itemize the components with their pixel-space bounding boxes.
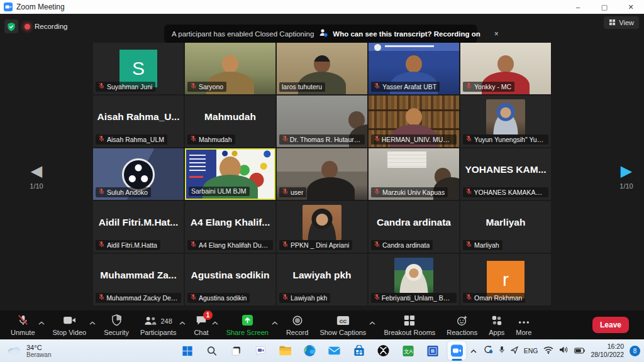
tray-microphone-icon[interactable]: [499, 345, 505, 356]
taskbar-search-icon[interactable]: [203, 341, 221, 360]
taskbar-xbox-icon[interactable]: [374, 341, 393, 360]
tray-location-icon[interactable]: [511, 345, 518, 356]
breakout-rooms-button[interactable]: Breakout Rooms: [379, 310, 440, 339]
participant-tile[interactable]: A4 Elang Khalif...A4 Elang Khalifah Duni…: [185, 201, 275, 253]
participant-display-name: Aisah Rahma_U...: [95, 111, 182, 123]
wifi-icon[interactable]: [543, 345, 553, 356]
participant-tile[interactable]: Sarbaini ULM BJM: [185, 148, 275, 200]
participant-tile[interactable]: Suluh Andoko: [93, 148, 184, 200]
muted-microphone-icon: [98, 82, 105, 90]
breakout-rooms-group: Breakout Rooms: [379, 310, 440, 339]
participant-tile[interactable]: Dr. Thomas R. Hutauruk, ...: [277, 96, 367, 147]
volume-icon[interactable]: [559, 345, 569, 356]
show-captions-button[interactable]: CCShow Captions: [315, 310, 370, 339]
participant-name-label: Saryono: [199, 83, 223, 90]
participant-name-label: HERMAN_UNIV. MUHAM...: [382, 136, 453, 143]
muted-microphone-icon: [282, 135, 288, 143]
notification-count-badge[interactable]: 8: [630, 346, 640, 356]
unmute-button[interactable]: Unmute: [6, 310, 40, 339]
taskbar-edge-icon[interactable]: [301, 341, 319, 360]
chat-button[interactable]: Chat1: [189, 310, 213, 339]
taskbar-task-view-icon[interactable]: [227, 341, 246, 360]
recording-indicator: Recording: [25, 23, 67, 30]
participant-name-label: Dr. Thomas R. Hutauruk, ...: [290, 136, 362, 143]
participant-tile[interactable]: Marzuki Univ Kapuas: [369, 148, 459, 200]
reactions-button[interactable]: Reactions: [442, 310, 482, 339]
previous-page-arrow-icon[interactable]: ◀: [18, 163, 55, 178]
participant-tile[interactable]: Aidil Fitri.M.Hat...Aidil Fitri.M.Hatta: [93, 201, 184, 253]
tray-sync-icon[interactable]: [483, 345, 493, 356]
leave-button[interactable]: Leave: [592, 317, 629, 333]
system-tray: ENG 16:20 28/10/2022 8: [470, 339, 640, 362]
taskbar-translate-icon[interactable]: 文A: [399, 341, 418, 360]
battery-icon[interactable]: [574, 345, 585, 356]
participant-tile[interactable]: MahmudahMahmudah: [185, 96, 275, 147]
more-button[interactable]: More: [511, 310, 536, 339]
participant-tile[interactable]: Lawiyah pkhLawiyah pkh: [277, 254, 367, 305]
security-button[interactable]: Security: [99, 310, 133, 339]
muted-microphone-icon: [190, 293, 197, 302]
taskbar-file-explorer-icon[interactable]: [276, 341, 295, 360]
participant-tile[interactable]: rOman Rokhman: [460, 254, 551, 305]
participant-name-label: Febriyanti_Unlam_ Banjar...: [382, 294, 453, 302]
participant-tile[interactable]: Muhammad Za...Muhammad Zacky Derm...: [93, 254, 184, 305]
gallery-next-page[interactable]: ▶ 1/10: [608, 163, 644, 190]
participant-tile[interactable]: Yonkky - MC: [460, 43, 551, 94]
stop-video-icon: [63, 315, 76, 327]
show-captions-group: CCShow Captions: [315, 310, 377, 339]
apps-button[interactable]: Apps: [484, 310, 509, 339]
participant-tile[interactable]: PPKN _ Dini Apriani: [277, 201, 367, 253]
tray-chevron-up-icon[interactable]: [470, 345, 477, 356]
participant-name-chip: Marliyah: [463, 240, 502, 250]
participant-tile[interactable]: Yuyun Yunengsih" Yuniz: [460, 96, 551, 147]
participant-tile[interactable]: HERMAN_UNIV. MUHAM...: [369, 96, 459, 147]
taskbar-start-icon[interactable]: [178, 341, 197, 360]
taskbar-teams-chat-icon[interactable]: [252, 341, 270, 360]
participant-tile[interactable]: YOHANES KAM...YOHANES KAMAKAULA: [460, 148, 551, 200]
participant-name-label: Suluh Andoko: [107, 189, 148, 196]
more-group: More: [511, 310, 536, 339]
participants-button[interactable]: 248Participants: [136, 310, 180, 339]
participant-name-chip: YOHANES KAMAKAULA: [463, 187, 548, 197]
banner-transcript-question[interactable]: Who can see this transcript? Recording o…: [333, 30, 480, 38]
participant-tile[interactable]: Aisah Rahma_U...Aisah Rahma_ULM: [93, 96, 184, 147]
close-button[interactable]: ✕: [618, 0, 644, 14]
weather-condition: Berawan: [26, 351, 51, 358]
record-button[interactable]: Record: [282, 310, 313, 339]
participant-tile[interactable]: SSuyahman Juni: [93, 43, 184, 94]
language-indicator[interactable]: ENG: [524, 347, 538, 354]
gallery-previous-page[interactable]: ◀ 1/10: [18, 163, 55, 190]
participant-display-name: YOHANES KAM...: [462, 164, 549, 175]
meeting-info-shield-icon[interactable]: [4, 19, 18, 33]
taskbar-app-blue-icon[interactable]: [423, 341, 442, 360]
participant-tile[interactable]: MarliyahMarliyah: [460, 201, 551, 253]
apps-icon: [491, 315, 502, 328]
taskbar-weather-widget[interactable]: 34°C Berawan: [6, 339, 51, 362]
taskbar-clock[interactable]: 16:20 28/10/2022: [591, 343, 624, 359]
banner-close-icon[interactable]: ×: [494, 30, 499, 38]
participant-tile[interactable]: Candra ardinataCandra ardinata: [369, 201, 459, 253]
muted-microphone-icon: [465, 135, 472, 143]
participant-tile[interactable]: user: [277, 148, 367, 200]
next-page-arrow-icon[interactable]: ▶: [608, 163, 644, 178]
taskbar-zoom-icon[interactable]: [448, 341, 467, 360]
taskbar-store-icon[interactable]: [350, 341, 369, 360]
participant-tile[interactable]: Febriyanti_Unlam_ Banjar...: [369, 254, 459, 305]
stop-video-button[interactable]: Stop Video: [48, 310, 91, 339]
participant-name-chip: Lawiyah pkh: [279, 293, 330, 303]
participant-name-label: Agustina sodikin: [199, 294, 247, 302]
share-screen-button[interactable]: Share Screen: [222, 310, 273, 339]
chat-unread-badge: 1: [203, 310, 213, 320]
view-button[interactable]: View: [604, 16, 639, 29]
muted-microphone-icon: [98, 188, 105, 196]
participant-tile[interactable]: Saryono: [185, 43, 275, 94]
participant-display-name: Marliyah: [462, 217, 549, 228]
muted-microphone-icon: [282, 293, 289, 302]
participant-tile[interactable]: laros tuhuteru: [277, 43, 367, 94]
minimize-button[interactable]: –: [565, 0, 591, 14]
maximize-button[interactable]: ▢: [591, 0, 618, 14]
record-group: Record: [282, 310, 313, 339]
participant-tile[interactable]: Agustina sodikinAgustina sodikin: [185, 254, 275, 305]
participant-tile[interactable]: Yasser Arafat UBT: [369, 43, 459, 94]
taskbar-mail-icon[interactable]: [325, 341, 344, 360]
